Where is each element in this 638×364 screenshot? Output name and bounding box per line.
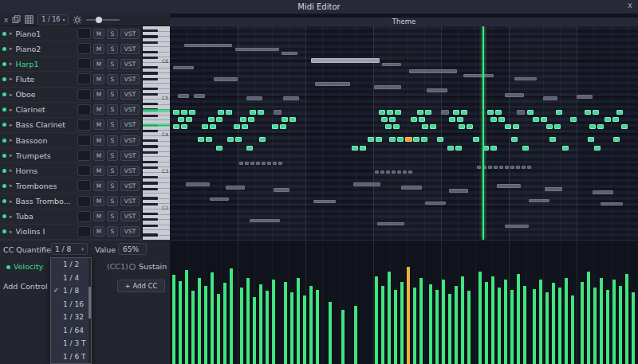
menu-item[interactable]: 1 / 16 bbox=[51, 298, 91, 311]
black-key[interactable] bbox=[143, 213, 158, 215]
track-name[interactable]: Trumpets bbox=[16, 151, 77, 160]
vst-button[interactable]: VST bbox=[120, 29, 140, 39]
velocity-bar[interactable] bbox=[455, 286, 458, 364]
midi-note[interactable] bbox=[214, 77, 238, 81]
chevron-right-icon[interactable]: ▸ bbox=[10, 198, 13, 205]
midi-note[interactable] bbox=[545, 187, 562, 191]
solo-button[interactable]: S bbox=[107, 104, 118, 115]
midi-note[interactable] bbox=[449, 117, 455, 122]
midi-note[interactable] bbox=[239, 162, 243, 165]
velocity-bar[interactable] bbox=[253, 297, 256, 364]
black-key[interactable] bbox=[143, 139, 158, 142]
midi-note[interactable] bbox=[178, 117, 184, 122]
velocity-bar[interactable] bbox=[240, 288, 243, 364]
velocity-bar[interactable] bbox=[571, 296, 574, 364]
midi-note[interactable] bbox=[278, 162, 282, 165]
track-row[interactable]: ▸OboeMSVST bbox=[0, 88, 142, 103]
chevron-right-icon[interactable]: ▸ bbox=[10, 30, 13, 37]
black-key[interactable] bbox=[143, 103, 158, 105]
midi-note[interactable] bbox=[267, 162, 271, 165]
black-key[interactable] bbox=[143, 57, 158, 59]
midi-note[interactable] bbox=[401, 186, 422, 190]
midi-note[interactable] bbox=[240, 117, 246, 122]
velocity-bar[interactable] bbox=[612, 280, 616, 364]
piano-roll[interactable] bbox=[170, 26, 638, 240]
mute-button[interactable]: M bbox=[93, 74, 104, 84]
velocity-bar[interactable] bbox=[632, 292, 635, 364]
midi-note[interactable] bbox=[473, 137, 479, 142]
velocity-bar[interactable] bbox=[204, 286, 207, 364]
midi-note[interactable] bbox=[216, 146, 223, 151]
midi-note[interactable] bbox=[381, 117, 388, 122]
track-row[interactable]: ▸Violins IMSVST bbox=[0, 225, 142, 240]
velocity-bar[interactable] bbox=[198, 278, 201, 364]
midi-note[interactable] bbox=[173, 110, 179, 115]
velocity-bar[interactable] bbox=[316, 290, 319, 364]
midi-note[interactable] bbox=[246, 146, 253, 151]
black-key[interactable] bbox=[143, 41, 158, 44]
midi-note[interactable] bbox=[441, 110, 449, 115]
menu-scrollbar[interactable] bbox=[89, 258, 91, 363]
velocity-bar[interactable] bbox=[581, 282, 584, 364]
velocity-bar[interactable] bbox=[587, 272, 590, 364]
menu-scrollbar-thumb[interactable] bbox=[89, 287, 91, 319]
midi-note[interactable] bbox=[413, 137, 419, 142]
menu-item[interactable]: 1 / 32 bbox=[51, 311, 91, 324]
velocity-bar[interactable] bbox=[329, 302, 332, 364]
vst-button[interactable]: VST bbox=[120, 59, 140, 69]
midi-note[interactable] bbox=[516, 166, 520, 169]
midi-note[interactable] bbox=[184, 44, 232, 47]
menu-item[interactable]: 1 / 3 T bbox=[51, 337, 91, 350]
midi-note[interactable] bbox=[206, 137, 212, 142]
midi-note[interactable] bbox=[315, 82, 350, 86]
velocity-bar[interactable] bbox=[552, 283, 555, 364]
midi-note[interactable] bbox=[280, 124, 286, 129]
track-channel-box[interactable] bbox=[77, 196, 91, 207]
solo-button[interactable]: S bbox=[107, 181, 118, 191]
vst-button[interactable]: VST bbox=[120, 44, 140, 54]
midi-note[interactable] bbox=[495, 110, 502, 115]
midi-note[interactable] bbox=[173, 124, 179, 129]
midi-note[interactable] bbox=[505, 166, 509, 169]
midi-note[interactable] bbox=[234, 124, 240, 129]
track-row[interactable]: ▸Piano1MSVST bbox=[0, 26, 142, 41]
velocity-bar[interactable] bbox=[461, 276, 464, 364]
menu-item[interactable]: 1 / 64 bbox=[51, 324, 91, 338]
lane-velocity-tab[interactable]: Velocity bbox=[14, 262, 43, 271]
velocity-bar[interactable] bbox=[290, 292, 293, 364]
velocity-bar[interactable] bbox=[185, 270, 188, 364]
menu-item[interactable]: ✓1 / 8 bbox=[51, 284, 91, 298]
midi-note[interactable] bbox=[353, 182, 380, 186]
track-channel-box[interactable] bbox=[77, 58, 91, 69]
chevron-right-icon[interactable]: ▸ bbox=[10, 61, 13, 67]
menu-item[interactable]: 1 / 4 bbox=[51, 272, 91, 285]
midi-note[interactable] bbox=[455, 146, 462, 151]
midi-note[interactable] bbox=[376, 137, 382, 142]
menu-item[interactable]: 1 / 6 T bbox=[51, 350, 91, 364]
track-channel-box[interactable] bbox=[77, 28, 91, 39]
velocity-bar[interactable] bbox=[510, 290, 514, 364]
midi-note[interactable] bbox=[505, 225, 529, 228]
midi-note[interactable] bbox=[313, 200, 336, 203]
velocity-bar[interactable] bbox=[485, 282, 488, 364]
midi-note[interactable] bbox=[517, 110, 525, 115]
vst-button[interactable]: VST bbox=[120, 151, 140, 161]
solo-button[interactable]: S bbox=[107, 135, 118, 146]
chevron-right-icon[interactable]: ▸ bbox=[10, 45, 13, 52]
track-name[interactable]: Harp1 bbox=[16, 60, 77, 68]
midi-note[interactable] bbox=[453, 110, 459, 115]
midi-note[interactable] bbox=[588, 137, 594, 142]
midi-note[interactable] bbox=[181, 124, 187, 129]
midi-note[interactable] bbox=[513, 124, 519, 129]
midi-note[interactable] bbox=[425, 202, 446, 205]
midi-note[interactable] bbox=[274, 110, 282, 115]
midi-note[interactable] bbox=[379, 110, 385, 115]
midi-note[interactable] bbox=[408, 170, 412, 174]
vst-button[interactable]: VST bbox=[120, 166, 140, 176]
track-channel-box[interactable] bbox=[77, 43, 91, 54]
track-name[interactable]: Bass Clarinet bbox=[16, 120, 77, 129]
velocity-bar[interactable] bbox=[297, 278, 300, 364]
window-close-button[interactable]: x bbox=[628, 1, 632, 10]
track-row[interactable]: ▸BassoonMSVST bbox=[0, 133, 142, 148]
midi-note[interactable] bbox=[541, 117, 547, 122]
